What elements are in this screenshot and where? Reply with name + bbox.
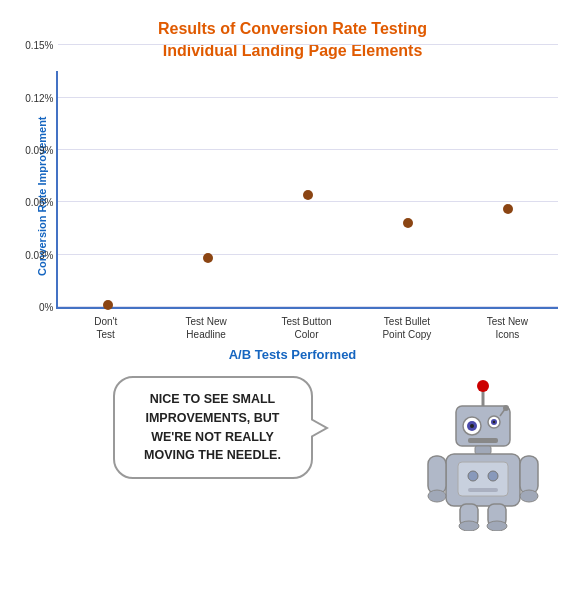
y-tick-label: 0.15% (25, 40, 53, 51)
data-dot (403, 218, 413, 228)
svg-rect-17 (468, 488, 498, 492)
svg-rect-12 (475, 446, 491, 454)
x-axis-label: Test ButtonColor (256, 315, 356, 341)
y-tick-label: 0.12% (25, 92, 53, 103)
svg-point-1 (477, 380, 489, 392)
svg-point-19 (428, 490, 446, 502)
y-tick-label: 0.06% (25, 197, 53, 208)
svg-point-21 (520, 490, 538, 502)
svg-point-8 (492, 421, 494, 423)
svg-rect-20 (520, 456, 538, 494)
svg-rect-11 (468, 438, 498, 443)
chart-area: Conversion Rate Improvement 0%0.03%0.06%… (28, 71, 558, 341)
data-dot (503, 204, 513, 214)
svg-point-15 (468, 471, 478, 481)
y-tick-label: 0% (39, 302, 53, 313)
svg-point-16 (488, 471, 498, 481)
data-dot (103, 300, 113, 310)
x-axis-labels: Don'tTestTest NewHeadlineTest ButtonColo… (56, 315, 558, 341)
x-axis-label: Don'tTest (56, 315, 156, 341)
svg-point-10 (503, 405, 509, 411)
speech-bubble-container: NICE TO SEE SMALL IMPROVEMENTS, BUT WE'R… (28, 376, 408, 479)
speech-bubble: NICE TO SEE SMALL IMPROVEMENTS, BUT WE'R… (113, 376, 313, 479)
robot-container (408, 376, 558, 531)
x-axis-label: Test NewIcons (457, 315, 557, 341)
chart-plot: 0%0.03%0.06%0.09%0.12%0.15% (56, 71, 558, 309)
svg-point-25 (487, 521, 507, 531)
bottom-section: NICE TO SEE SMALL IMPROVEMENTS, BUT WE'R… (28, 376, 558, 531)
y-tick-label: 0.09% (25, 145, 53, 156)
x-axis-title: A/B Tests Performed (229, 347, 357, 362)
x-axis-label: Test NewHeadline (156, 315, 256, 341)
chart-inner: 0%0.03%0.06%0.09%0.12%0.15% Don'tTestTes… (56, 71, 558, 341)
y-tick-label: 0.03% (25, 249, 53, 260)
page-container: Results of Conversion Rate Testing Indiv… (0, 0, 585, 615)
robot-image (418, 376, 548, 531)
x-axis-label: Test BulletPoint Copy (357, 315, 457, 341)
data-dot (203, 253, 213, 263)
data-dot (303, 190, 313, 200)
svg-point-23 (459, 521, 479, 531)
svg-rect-18 (428, 456, 446, 494)
svg-point-5 (470, 424, 474, 428)
chart-title-line1: Results of Conversion Rate Testing (158, 20, 427, 37)
chart-title: Results of Conversion Rate Testing Indiv… (158, 18, 427, 61)
